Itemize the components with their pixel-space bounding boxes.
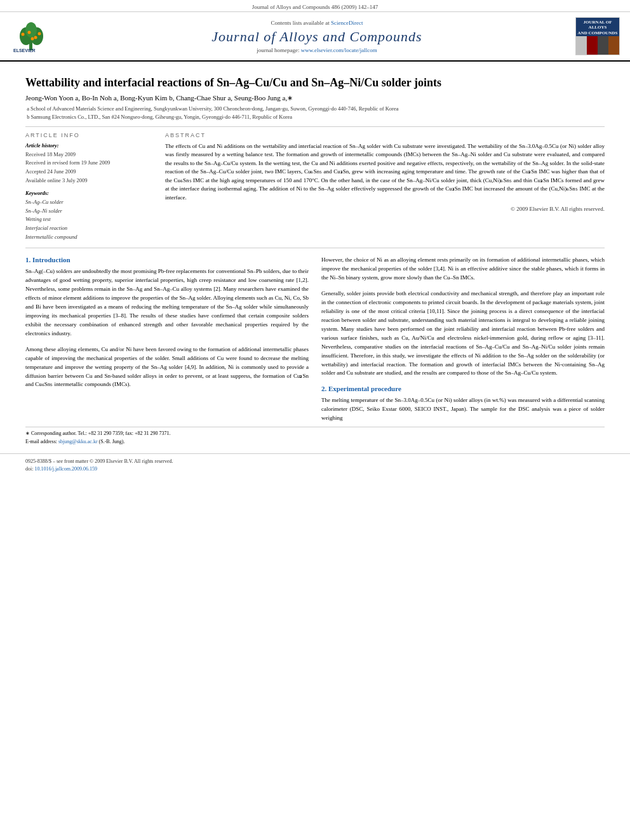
abstract-label: ABSTRACT [165,132,605,138]
body-right-col: However, the choice of Ni as an alloying… [321,256,605,423]
svg-text:ELSEVIER: ELSEVIER [13,48,36,53]
affiliation-a: a School of Advanced Materials Science a… [25,105,605,113]
article-info-column: ARTICLE INFO Article history: Received 1… [25,132,152,241]
keyword-2: Sn–Ag–Ni solder [25,207,152,216]
intro-heading: 1. Introduction [25,256,309,263]
svg-point-6 [34,36,37,39]
intro-col2-p1: However, the choice of Ni as an alloying… [321,256,605,283]
keywords-label: Keywords: [25,190,152,196]
keyword-3: Wetting test [25,215,152,224]
svg-point-8 [31,37,34,40]
sciencedirect-link[interactable]: ScienceDirect [331,20,363,26]
logo-col-2 [587,36,598,55]
journal-homepage-link[interactable]: www.elsevier.com/locate/jallcom [301,47,377,53]
divider-2 [25,248,605,248]
journal-title: Journal of Alloys and Compounds [65,29,569,45]
doi-link[interactable]: 10.1016/j.jallcom.2009.06.159 [34,466,97,472]
logo-top-text: JOURNAL OF ALLOYS AND COMPOUNDS [576,18,619,36]
abstract-column: ABSTRACT The effects of Cu and Ni additi… [165,132,605,241]
logo-col-3 [598,36,608,55]
available-date: Available online 3 July 2009 [25,177,152,185]
page: Journal of Alloys and Compounds 486 (200… [0,0,630,840]
svg-point-5 [28,30,31,34]
section2-text: The melting temperature of the Sn–3.0Ag–… [321,396,605,423]
svg-point-3 [25,22,37,37]
journal-homepage: journal homepage: www.elsevier.com/locat… [65,47,569,53]
section2-heading: 2. Experimental procedure [321,385,605,392]
email-label: E-mail address: [25,439,57,444]
accepted-date: Accepted 24 June 2009 [25,168,152,177]
body-section: 1. Introduction Sn–Ag(–Cu) solders are u… [25,256,605,423]
abstract-text: The effects of Cu and Ni additions on th… [165,142,605,203]
article-title: Wettability and interfacial reactions of… [25,76,605,90]
info-abstract-section: ARTICLE INFO Article history: Received 1… [25,132,605,241]
affiliations: a School of Advanced Materials Science a… [25,105,605,121]
received-date: Received 18 May 2009 [25,150,152,159]
keyword-1: Sn–Ag–Cu solder [25,198,152,207]
logo-col-4 [608,36,619,55]
email-link[interactable]: sbjung@skku.ac.kr [58,439,98,444]
keywords-section: Keywords: Sn–Ag–Cu solder Sn–Ag–Ni solde… [25,190,152,241]
citation-text: Journal of Alloys and Compounds 486 (200… [252,4,379,10]
copyright: © 2009 Elsevier B.V. All rights reserved… [165,206,605,212]
body-two-col: 1. Introduction Sn–Ag(–Cu) solders are u… [25,256,605,423]
keyword-5: Intermetallic compound [25,233,152,242]
footnote-star-note: ∗ Corresponding author. Tel.: +82 31 290… [25,430,605,437]
body-left-col: 1. Introduction Sn–Ag(–Cu) solders are u… [25,256,309,423]
svg-point-7 [38,32,41,35]
journal-header: ELSEVIER Contents lists available at Sci… [0,12,630,62]
elsevier-logo: ELSEVIER [10,18,55,55]
footnote: ∗ Corresponding author. Tel.: +82 31 290… [25,427,605,445]
article-content: Wettability and interfacial reactions of… [0,62,630,453]
revised-date: Received in revised form 19 June 2009 [25,159,152,168]
journal-center: Contents lists available at ScienceDirec… [65,20,569,53]
keyword-4: Interfacial reaction [25,224,152,233]
affiliation-b: b Samsung Electronics Co., LTD., San #24… [25,113,605,121]
intro-col2-p2: Generally, solder joints provide both el… [321,290,605,378]
email-suffix: (S.-B. Jung). [99,439,125,444]
svg-point-4 [22,32,25,36]
journal-citation: Journal of Alloys and Compounds 486 (200… [0,0,630,12]
logo-bottom [576,36,619,55]
article-history: Article history: Received 18 May 2009 Re… [25,142,152,185]
footnote-email: E-mail address: sbjung@skku.ac.kr (S.-B.… [25,438,605,445]
intro-p2: Among these alloying elements, Cu and/or… [25,345,309,390]
logo-col-1 [576,36,587,55]
footer-issn: 0925-8388/$ – see front matter © 2009 El… [25,458,605,465]
authors: Jeong-Won Yoon a, Bo-In Noh a, Bong-Kyun… [25,94,605,102]
contents-line: Contents lists available at ScienceDirec… [65,20,569,26]
intro-p1: Sn–Ag(–Cu) solders are undoubtedly the m… [25,267,309,338]
footer-doi: doi: 10.1016/j.jallcom.2009.06.159 [25,466,605,472]
history-label: Article history: [25,142,152,149]
doi-label: doi: [25,466,33,472]
article-info-label: ARTICLE INFO [25,132,152,138]
journal-logo-right: JOURNAL OF ALLOYS AND COMPOUNDS [575,17,620,55]
divider-1 [25,126,605,127]
footer: 0925-8388/$ – see front matter © 2009 El… [0,453,630,476]
